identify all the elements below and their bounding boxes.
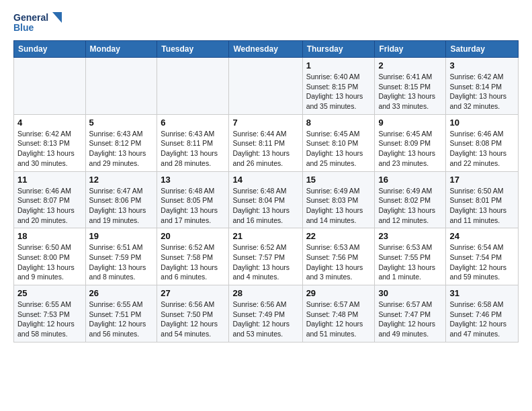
day-number: 21 — [232, 231, 298, 241]
weekday-header: Wednesday — [229, 41, 302, 58]
day-detail: Sunrise: 6:42 AM Sunset: 8:13 PM Dayligh… — [17, 129, 82, 169]
calendar-cell — [229, 58, 302, 115]
day-number: 13 — [161, 175, 225, 185]
calendar-cell: 28Sunrise: 6:56 AM Sunset: 7:49 PM Dayli… — [229, 285, 302, 342]
calendar-cell: 22Sunrise: 6:53 AM Sunset: 7:56 PM Dayli… — [302, 228, 375, 285]
weekday-header: Sunday — [14, 41, 86, 58]
day-detail: Sunrise: 6:43 AM Sunset: 8:12 PM Dayligh… — [89, 129, 154, 169]
day-number: 31 — [449, 288, 515, 298]
day-number: 6 — [161, 118, 225, 128]
calendar-week-row: 25Sunrise: 6:55 AM Sunset: 7:53 PM Dayli… — [14, 285, 519, 342]
calendar-cell: 16Sunrise: 6:49 AM Sunset: 8:02 PM Dayli… — [375, 171, 446, 228]
weekday-header: Monday — [85, 41, 157, 58]
calendar-cell: 3Sunrise: 6:42 AM Sunset: 8:14 PM Daylig… — [446, 58, 519, 115]
day-number: 30 — [378, 288, 442, 298]
day-detail: Sunrise: 6:57 AM Sunset: 7:48 PM Dayligh… — [306, 300, 371, 339]
day-detail: Sunrise: 6:55 AM Sunset: 7:51 PM Dayligh… — [89, 300, 154, 339]
day-number: 12 — [89, 175, 154, 185]
day-number: 20 — [161, 231, 225, 241]
day-detail: Sunrise: 6:43 AM Sunset: 8:11 PM Dayligh… — [161, 129, 225, 169]
weekday-header: Tuesday — [157, 41, 229, 58]
day-detail: Sunrise: 6:50 AM Sunset: 8:00 PM Dayligh… — [17, 242, 82, 282]
calendar-cell — [157, 58, 229, 115]
day-number: 1 — [306, 60, 371, 71]
day-number: 11 — [17, 175, 82, 185]
weekday-header: Saturday — [446, 41, 519, 58]
weekday-header: Thursday — [302, 41, 375, 58]
calendar-cell — [14, 58, 86, 115]
day-number: 24 — [449, 231, 515, 241]
day-number: 14 — [232, 175, 298, 185]
day-detail: Sunrise: 6:53 AM Sunset: 7:56 PM Dayligh… — [306, 242, 371, 282]
calendar-cell: 30Sunrise: 6:57 AM Sunset: 7:47 PM Dayli… — [375, 285, 446, 342]
calendar-cell: 15Sunrise: 6:49 AM Sunset: 8:03 PM Dayli… — [302, 171, 375, 228]
calendar-cell: 5Sunrise: 6:43 AM Sunset: 8:12 PM Daylig… — [85, 114, 157, 171]
calendar-week-row: 18Sunrise: 6:50 AM Sunset: 8:00 PM Dayli… — [14, 228, 519, 285]
calendar-cell — [85, 58, 157, 115]
day-number: 29 — [306, 288, 371, 298]
day-number: 22 — [306, 231, 371, 241]
calendar-cell: 20Sunrise: 6:52 AM Sunset: 7:58 PM Dayli… — [157, 228, 229, 285]
calendar-week-row: 11Sunrise: 6:46 AM Sunset: 8:07 PM Dayli… — [14, 171, 519, 228]
day-detail: Sunrise: 6:45 AM Sunset: 8:10 PM Dayligh… — [306, 129, 371, 169]
day-number: 26 — [89, 288, 154, 298]
calendar-cell: 17Sunrise: 6:50 AM Sunset: 8:01 PM Dayli… — [446, 171, 519, 228]
day-detail: Sunrise: 6:41 AM Sunset: 8:15 PM Dayligh… — [378, 72, 442, 111]
day-detail: Sunrise: 6:48 AM Sunset: 8:04 PM Dayligh… — [232, 186, 298, 226]
day-number: 28 — [232, 288, 298, 298]
day-number: 23 — [378, 231, 442, 241]
day-detail: Sunrise: 6:40 AM Sunset: 8:15 PM Dayligh… — [306, 72, 371, 111]
day-number: 4 — [17, 118, 82, 128]
day-detail: Sunrise: 6:45 AM Sunset: 8:09 PM Dayligh… — [378, 129, 442, 169]
day-detail: Sunrise: 6:52 AM Sunset: 7:58 PM Dayligh… — [161, 242, 225, 282]
day-detail: Sunrise: 6:50 AM Sunset: 8:01 PM Dayligh… — [449, 186, 515, 226]
day-number: 27 — [161, 288, 225, 298]
day-number: 15 — [306, 175, 371, 185]
day-number: 7 — [232, 118, 298, 128]
calendar-table: SundayMondayTuesdayWednesdayThursdayFrid… — [13, 40, 519, 342]
calendar-cell: 7Sunrise: 6:44 AM Sunset: 8:11 PM Daylig… — [229, 114, 302, 171]
calendar-cell: 27Sunrise: 6:56 AM Sunset: 7:50 PM Dayli… — [157, 285, 229, 342]
day-detail: Sunrise: 6:52 AM Sunset: 7:57 PM Dayligh… — [232, 242, 298, 282]
logo-svg: GeneralBlue — [13, 11, 67, 35]
svg-text:General: General — [13, 12, 48, 23]
svg-text:Blue: Blue — [13, 22, 34, 33]
day-number: 17 — [449, 175, 515, 185]
calendar-cell: 25Sunrise: 6:55 AM Sunset: 7:53 PM Dayli… — [14, 285, 86, 342]
calendar-cell: 31Sunrise: 6:58 AM Sunset: 7:46 PM Dayli… — [446, 285, 519, 342]
day-detail: Sunrise: 6:42 AM Sunset: 8:14 PM Dayligh… — [449, 72, 515, 111]
day-number: 18 — [17, 231, 82, 241]
day-number: 8 — [306, 118, 371, 128]
calendar-cell: 2Sunrise: 6:41 AM Sunset: 8:15 PM Daylig… — [375, 58, 446, 115]
day-number: 10 — [449, 118, 515, 128]
calendar-cell: 1Sunrise: 6:40 AM Sunset: 8:15 PM Daylig… — [302, 58, 375, 115]
weekday-header: Friday — [375, 41, 446, 58]
day-number: 3 — [449, 60, 515, 71]
day-detail: Sunrise: 6:54 AM Sunset: 7:54 PM Dayligh… — [449, 242, 515, 282]
day-detail: Sunrise: 6:55 AM Sunset: 7:53 PM Dayligh… — [17, 300, 82, 339]
day-detail: Sunrise: 6:56 AM Sunset: 7:50 PM Dayligh… — [161, 300, 225, 339]
calendar-cell: 14Sunrise: 6:48 AM Sunset: 8:04 PM Dayli… — [229, 171, 302, 228]
day-detail: Sunrise: 6:58 AM Sunset: 7:46 PM Dayligh… — [449, 300, 515, 339]
calendar-week-row: 4Sunrise: 6:42 AM Sunset: 8:13 PM Daylig… — [14, 114, 519, 171]
day-number: 9 — [378, 118, 442, 128]
calendar-cell: 13Sunrise: 6:48 AM Sunset: 8:05 PM Dayli… — [157, 171, 229, 228]
day-detail: Sunrise: 6:48 AM Sunset: 8:05 PM Dayligh… — [161, 186, 225, 226]
day-detail: Sunrise: 6:47 AM Sunset: 8:06 PM Dayligh… — [89, 186, 154, 226]
day-detail: Sunrise: 6:46 AM Sunset: 8:08 PM Dayligh… — [449, 129, 515, 169]
calendar-cell: 8Sunrise: 6:45 AM Sunset: 8:10 PM Daylig… — [302, 114, 375, 171]
calendar-cell: 11Sunrise: 6:46 AM Sunset: 8:07 PM Dayli… — [14, 171, 86, 228]
calendar-cell: 29Sunrise: 6:57 AM Sunset: 7:48 PM Dayli… — [302, 285, 375, 342]
day-detail: Sunrise: 6:44 AM Sunset: 8:11 PM Dayligh… — [232, 129, 298, 169]
calendar-cell: 10Sunrise: 6:46 AM Sunset: 8:08 PM Dayli… — [446, 114, 519, 171]
calendar-cell: 23Sunrise: 6:53 AM Sunset: 7:55 PM Dayli… — [375, 228, 446, 285]
calendar-cell: 9Sunrise: 6:45 AM Sunset: 8:09 PM Daylig… — [375, 114, 446, 171]
calendar-cell: 21Sunrise: 6:52 AM Sunset: 7:57 PM Dayli… — [229, 228, 302, 285]
svg-marker-2 — [52, 12, 62, 23]
calendar-week-row: 1Sunrise: 6:40 AM Sunset: 8:15 PM Daylig… — [14, 58, 519, 115]
day-detail: Sunrise: 6:53 AM Sunset: 7:55 PM Dayligh… — [378, 242, 442, 282]
day-number: 5 — [89, 118, 154, 128]
day-number: 2 — [378, 60, 442, 71]
logo: GeneralBlue — [13, 11, 67, 35]
day-number: 25 — [17, 288, 82, 298]
